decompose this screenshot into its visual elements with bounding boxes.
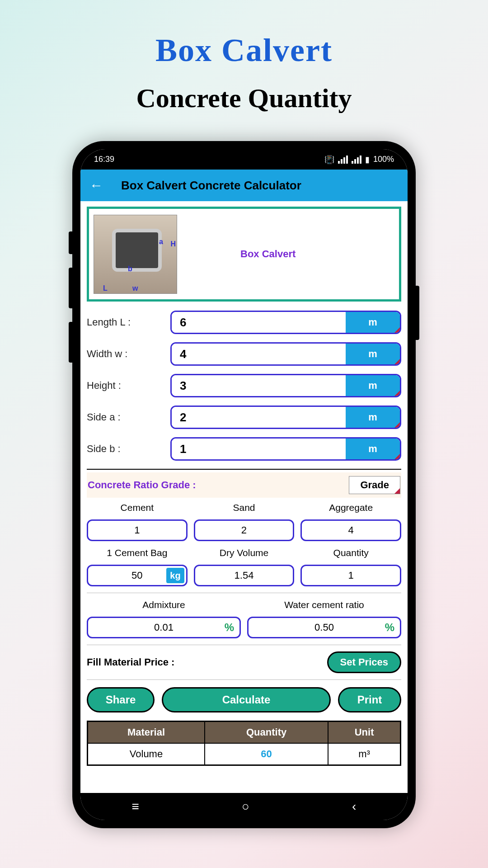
height-input-group: m	[170, 374, 401, 397]
bag-input[interactable]: 50kg	[87, 565, 188, 586]
box-shape	[112, 229, 162, 272]
dim-label-L: L	[103, 284, 108, 292]
sand-label: Sand	[194, 502, 295, 513]
side-a-unit-button[interactable]: m	[346, 407, 400, 428]
section-line	[87, 593, 401, 593]
admixture-label: Admixture	[87, 599, 241, 610]
box-calvert-diagram: L w H a b	[94, 215, 177, 294]
phone-power-button	[416, 286, 419, 340]
android-nav-bar: ≡ ○ ‹	[80, 793, 408, 820]
width-unit-button[interactable]: m	[346, 344, 400, 364]
ratio-grid: Cement Sand Aggregate 1 2 4 1 Cement Bag…	[87, 502, 401, 586]
aggregate-label: Aggregate	[300, 502, 401, 513]
qty-label: Quantity	[300, 547, 401, 558]
pct-badge: %	[225, 621, 234, 634]
table-row: Volume 60 m³	[88, 743, 401, 765]
vibrate-icon: 📳	[324, 155, 334, 165]
back-icon[interactable]: ‹	[352, 799, 356, 814]
height-input[interactable]	[172, 375, 346, 396]
td-quantity: 60	[205, 743, 328, 765]
width-input-group: m	[170, 342, 401, 366]
input-row-length: Length L : m	[87, 311, 401, 334]
width-label: Width w :	[87, 348, 170, 360]
height-unit-button[interactable]: m	[346, 375, 400, 396]
pct-badge-2: %	[385, 621, 394, 634]
kg-badge[interactable]: kg	[166, 568, 184, 583]
dim-label-H: H	[170, 240, 176, 248]
status-time: 16:39	[94, 155, 114, 164]
th-quantity: Quantity	[205, 722, 328, 744]
wcr-label: Water cement ratio	[247, 599, 401, 610]
page-subtitle: Concrete Quantity	[136, 83, 352, 114]
ratio-header: Concrete Ratio Grade : Grade	[87, 472, 401, 498]
sand-input[interactable]: 2	[194, 519, 295, 541]
section-line-3	[87, 679, 401, 680]
length-input-group: m	[170, 311, 401, 334]
page-title: Box Calvert	[155, 32, 333, 69]
side-b-label: Side b :	[87, 443, 170, 455]
th-unit: Unit	[328, 722, 400, 744]
th-material: Material	[88, 722, 205, 744]
dim-label-b: b	[128, 265, 132, 273]
print-button[interactable]: Print	[338, 687, 401, 712]
back-arrow-icon[interactable]: ←	[89, 178, 103, 193]
phone-frame: 16:39 📳 ▮ 100% ← Box Calvert Concrete Ca…	[72, 141, 416, 828]
input-row-height: Height : m	[87, 374, 401, 397]
phone-volume-down	[69, 322, 72, 363]
set-prices-button[interactable]: Set Prices	[327, 651, 401, 673]
recent-apps-icon[interactable]: ≡	[132, 799, 139, 814]
side-b-input[interactable]	[172, 439, 346, 459]
price-row: Fill Material Price : Set Prices	[87, 651, 401, 673]
dry-label: Dry Volume	[194, 547, 295, 558]
battery-icon: ▮	[365, 155, 370, 165]
td-material: Volume	[88, 743, 205, 765]
width-input[interactable]	[172, 344, 346, 364]
dim-label-w: w	[132, 284, 138, 292]
result-table: Material Quantity Unit Volume 60 m³	[87, 721, 401, 766]
wcr-input[interactable]: 0.50%	[247, 617, 401, 638]
length-label: Length L :	[87, 316, 170, 328]
content-area: L w H a b Box Calvert Length L : m Width…	[80, 201, 408, 771]
side-b-unit-button[interactable]: m	[346, 439, 400, 459]
aggregate-input[interactable]: 4	[300, 519, 401, 541]
divider	[87, 469, 401, 470]
length-unit-button[interactable]: m	[346, 312, 400, 333]
ratio-label: Concrete Ratio Grade :	[88, 479, 196, 491]
cement-input[interactable]: 1	[87, 519, 188, 541]
input-row-side-b: Side b : m	[87, 437, 401, 461]
dim-label-a: a	[159, 238, 163, 246]
cement-label: Cement	[87, 502, 188, 513]
length-input[interactable]	[172, 312, 346, 333]
illustration-box: L w H a b Box Calvert	[87, 207, 401, 302]
input-row-side-a: Side a : m	[87, 406, 401, 429]
signal-icon	[338, 156, 348, 164]
share-button[interactable]: Share	[87, 687, 155, 712]
phone-side-button	[69, 231, 72, 254]
td-unit: m³	[328, 743, 400, 765]
signal-icon-2	[352, 156, 361, 164]
dry-input[interactable]: 1.54	[194, 565, 295, 586]
status-right: 📳 ▮ 100%	[324, 155, 394, 165]
app-title: Box Calvert Concrete Calculator	[121, 179, 301, 193]
bag-label: 1 Cement Bag	[87, 547, 188, 558]
qty-input[interactable]: 1	[300, 565, 401, 586]
input-row-width: Width w : m	[87, 342, 401, 366]
battery-text: 100%	[373, 155, 394, 164]
height-label: Height :	[87, 380, 170, 392]
side-b-input-group: m	[170, 437, 401, 461]
illustration-title: Box Calvert	[240, 248, 296, 260]
status-bar: 16:39 📳 ▮ 100%	[80, 149, 408, 170]
action-row: Share Calculate Print	[87, 687, 401, 712]
phone-volume-up	[69, 268, 72, 308]
phone-screen: 16:39 📳 ▮ 100% ← Box Calvert Concrete Ca…	[80, 149, 408, 820]
side-a-label: Side a :	[87, 411, 170, 423]
section-line-2	[87, 645, 401, 645]
admixture-row: Admixture Water cement ratio 0.01% 0.50%	[87, 599, 401, 638]
side-a-input-group: m	[170, 406, 401, 429]
calculate-button[interactable]: Calculate	[162, 687, 331, 712]
home-icon[interactable]: ○	[242, 799, 249, 814]
admixture-input[interactable]: 0.01%	[87, 617, 241, 638]
app-header: ← Box Calvert Concrete Calculator	[80, 170, 408, 201]
grade-button[interactable]: Grade	[349, 476, 400, 494]
side-a-input[interactable]	[172, 407, 346, 428]
